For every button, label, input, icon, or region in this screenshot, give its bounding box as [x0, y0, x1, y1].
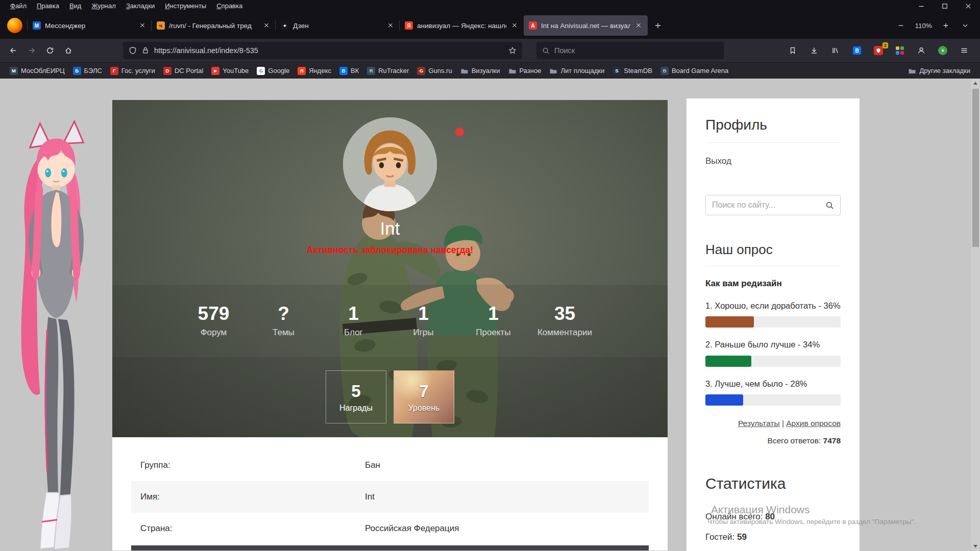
scroll-down-icon[interactable] — [973, 545, 977, 548]
menu-edit[interactable]: Правка — [32, 0, 64, 12]
bookmark-item[interactable]: GGuns.ru — [413, 65, 455, 77]
poll-archive-link[interactable]: Архив опросов — [786, 419, 841, 428]
stat-topics[interactable]: ? Темы — [258, 303, 309, 338]
url-bar[interactable]: https://anivisual.net/index/8-535 — [123, 42, 522, 59]
bookmark-label: Яндекс — [309, 67, 331, 74]
tab-title: Int на Anivisual.net — визуальн — [541, 22, 630, 30]
bookmark-item[interactable]: SSteamDB — [609, 65, 656, 77]
home-icon[interactable] — [59, 42, 78, 59]
logout-link[interactable]: Выход — [705, 156, 731, 166]
rutracker-favicon-icon: R — [367, 67, 375, 75]
new-tab-icon[interactable] — [650, 17, 666, 34]
profile-info-table: Группа: Бан Имя: Int Страна: Российская … — [112, 437, 668, 550]
site-search-box[interactable] — [705, 195, 841, 215]
stat-games[interactable]: 1 Игры — [398, 303, 449, 338]
forward-icon[interactable] — [22, 42, 41, 59]
browser-search-bar[interactable] — [536, 42, 724, 59]
awards-badge[interactable]: 5 Награды — [326, 370, 386, 423]
search-icon[interactable] — [825, 201, 834, 210]
stat-comments[interactable]: 35 Комментарии — [537, 303, 592, 338]
shield-icon[interactable] — [129, 46, 137, 55]
minimize-icon[interactable] — [910, 0, 933, 12]
tab-close-icon[interactable] — [510, 21, 519, 30]
scroll-up-icon[interactable] — [973, 82, 977, 85]
tab-title: анивизуал — Яндекс: нашлось — [417, 22, 506, 30]
google-favicon-icon: G — [257, 67, 265, 75]
tab-dzen[interactable]: ✦ Дзен — [276, 15, 400, 36]
scrollbar-thumb[interactable] — [972, 89, 979, 247]
tab-messenger[interactable]: М Мессенджер — [28, 15, 152, 36]
poll-results-link[interactable]: Результаты — [738, 419, 780, 428]
anivisual-favicon-icon: A — [529, 21, 537, 30]
hamburger-menu-icon[interactable] — [957, 43, 972, 58]
library-icon[interactable] — [828, 43, 843, 58]
info-label: Страна: — [140, 523, 365, 534]
menu-bookmarks[interactable]: Закладки — [121, 0, 160, 12]
list-all-tabs-icon[interactable] — [960, 20, 971, 31]
red-extension-icon[interactable]: 2 — [871, 43, 886, 58]
close-icon[interactable] — [957, 0, 980, 12]
bookmark-star-icon[interactable] — [508, 46, 517, 55]
bookmark-item[interactable]: ►YouTube — [208, 65, 252, 77]
bookmark-item[interactable]: ББЭЛС — [69, 65, 106, 77]
bookmark-item[interactable]: DDC Portal — [160, 65, 207, 77]
poll-option-label: 2. Раньше было лучше - 34% — [705, 339, 841, 350]
section-divider — [131, 545, 649, 550]
poll-option[interactable]: 1. Хорошо, если доработать - 36% — [705, 300, 841, 328]
back-icon[interactable] — [4, 42, 22, 59]
menu-file[interactable]: Файл — [5, 0, 32, 12]
menu-view[interactable]: Вид — [64, 0, 87, 12]
maximize-icon[interactable] — [933, 0, 957, 12]
messenger-favicon-icon: М — [33, 21, 41, 30]
zoom-out-icon[interactable] — [895, 20, 906, 31]
bookmarks-toolbar: ММосОблЕИРЦ ББЭЛС ГГос. услуги DDC Porta… — [0, 62, 980, 79]
menu-history[interactable]: Журнал — [86, 0, 120, 12]
bookmark-item[interactable]: ГГос. услуги — [107, 65, 159, 77]
poll-option[interactable]: 2. Раньше было лучше - 34% — [705, 339, 841, 366]
poll-bar-track — [705, 356, 841, 367]
stat-projects[interactable]: 1 Проекты — [468, 303, 519, 338]
other-bookmarks[interactable]: Другие закладки — [904, 65, 974, 77]
tab-yandex-search[interactable]: Я анивизуал — Яндекс: нашлось — [400, 15, 524, 36]
bookmark-folder[interactable]: Разное — [505, 65, 545, 77]
video-download-extension-icon[interactable] — [935, 43, 950, 58]
folder-icon — [460, 67, 469, 75]
lock-icon[interactable] — [141, 46, 150, 55]
bookmark-item[interactable]: ММосОблЕИРЦ — [6, 65, 68, 77]
bookmark-item[interactable]: RRuTracker — [363, 65, 412, 77]
tab-anivisual-active[interactable]: A Int на Anivisual.net — визуальн — [524, 15, 648, 36]
speed-dial-extension-icon[interactable] — [892, 43, 908, 58]
tab-ruvn-thread[interactable]: ч /ruvn/ - Генеральный тред — [152, 15, 276, 36]
bookmark-folder[interactable]: Визуалки — [457, 65, 504, 77]
poll-option[interactable]: 3. Лучше, чем было - 28% — [705, 378, 841, 406]
tab-close-icon[interactable] — [386, 21, 395, 30]
level-badge[interactable]: 7 Уровень — [394, 370, 454, 423]
tab-close-icon[interactable] — [262, 21, 271, 30]
bookmark-folder[interactable]: Лит площадки — [546, 65, 608, 77]
menu-tools[interactable]: Инструменты — [160, 0, 211, 12]
browser-search-input[interactable] — [554, 46, 718, 55]
bookmark-item[interactable]: ВВК — [336, 65, 362, 77]
tab-close-icon[interactable] — [138, 21, 146, 30]
bookmark-item[interactable]: GGoogle — [253, 65, 293, 77]
firefox-logo-icon[interactable] — [7, 18, 22, 33]
downloads-icon[interactable] — [806, 43, 822, 58]
vk-glyph: В — [853, 46, 861, 55]
avatar[interactable] — [343, 117, 437, 211]
vertical-scrollbar[interactable] — [971, 79, 980, 551]
reload-icon[interactable] — [41, 42, 59, 59]
stat-blog[interactable]: 1 Блог — [328, 303, 379, 338]
site-search-input[interactable] — [712, 201, 821, 210]
awards-value: 5 — [351, 382, 360, 401]
vk-extension-icon[interactable]: В — [849, 43, 865, 58]
stat-forum[interactable]: 579 Форум — [188, 303, 239, 338]
account-icon[interactable] — [914, 43, 929, 58]
profile-badges-row: 5 Награды 7 Уровень — [112, 356, 668, 437]
tab-close-icon[interactable] — [634, 21, 643, 30]
bookmark-item[interactable]: ЯЯндекс — [294, 65, 335, 77]
folder-icon — [508, 67, 517, 75]
save-page-icon[interactable] — [785, 43, 800, 58]
bookmark-item[interactable]: BBoard Game Arena — [657, 65, 732, 77]
menu-help[interactable]: Справка — [211, 0, 248, 12]
zoom-in-icon[interactable] — [940, 20, 951, 31]
